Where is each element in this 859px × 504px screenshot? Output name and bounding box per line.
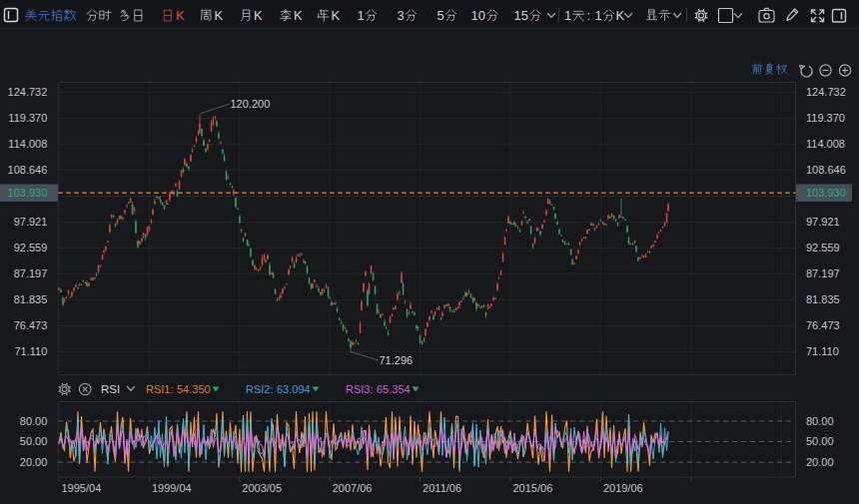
svg-text:87.197: 87.197 (14, 267, 48, 279)
svg-text:2007/06: 2007/06 (333, 482, 373, 494)
svg-text:120.200: 120.200 (231, 98, 271, 110)
svg-text:RSI: RSI (101, 383, 120, 395)
svg-text:103.930: 103.930 (806, 187, 846, 199)
svg-text:71.296: 71.296 (380, 354, 414, 366)
svg-text:114.008: 114.008 (8, 138, 47, 150)
svg-text:65.354: 65.354 (377, 383, 411, 395)
svg-text:15: 15 (514, 8, 528, 23)
svg-text:114.008: 114.008 (806, 138, 845, 150)
svg-text:76.473: 76.473 (14, 319, 48, 331)
svg-text:RSI3:: RSI3: (346, 383, 374, 395)
svg-text:K: K (616, 8, 625, 23)
svg-text:K: K (332, 8, 341, 23)
svg-text:K: K (176, 8, 185, 23)
svg-text:RSI1:: RSI1: (146, 383, 174, 395)
svg-text:2015/06: 2015/06 (513, 482, 553, 494)
svg-text:1: 1 (595, 8, 602, 23)
svg-text:63.094: 63.094 (277, 383, 311, 395)
svg-text:119.370: 119.370 (806, 112, 845, 124)
svg-text:50.00: 50.00 (806, 435, 834, 447)
svg-text:80.00: 80.00 (806, 415, 834, 427)
svg-text:50.00: 50.00 (20, 435, 48, 447)
svg-text:97.921: 97.921 (14, 216, 48, 228)
svg-text:20.00: 20.00 (20, 456, 48, 468)
svg-text:K: K (215, 8, 224, 23)
svg-text:2003/05: 2003/05 (242, 482, 282, 494)
svg-text:119.370: 119.370 (8, 112, 47, 124)
svg-text:76.473: 76.473 (806, 319, 840, 331)
svg-text:108.646: 108.646 (806, 164, 846, 176)
svg-text:71.110: 71.110 (806, 345, 839, 357)
svg-text:54.350: 54.350 (177, 383, 211, 395)
svg-text:87.197: 87.197 (806, 267, 840, 279)
svg-text:97.921: 97.921 (806, 216, 840, 228)
svg-text:124.732: 124.732 (8, 86, 48, 98)
svg-text:103.930: 103.930 (8, 187, 48, 199)
svg-text:1: 1 (358, 8, 365, 23)
svg-text:RSI2:: RSI2: (246, 383, 274, 395)
svg-text:92.559: 92.559 (14, 242, 48, 253)
svg-text:1: 1 (564, 8, 571, 23)
svg-text:80.00: 80.00 (20, 415, 48, 427)
svg-text:124.732: 124.732 (806, 86, 846, 98)
svg-text:10: 10 (471, 8, 485, 23)
svg-text:92.559: 92.559 (806, 242, 840, 253)
svg-text:1999/04: 1999/04 (152, 482, 192, 494)
svg-text:1995/04: 1995/04 (62, 482, 102, 494)
svg-text:2011/06: 2011/06 (423, 482, 461, 494)
svg-text:71.110: 71.110 (14, 345, 47, 357)
svg-text:20.00: 20.00 (806, 456, 834, 468)
svg-text:2019/06: 2019/06 (603, 482, 643, 494)
svg-text:3: 3 (398, 8, 405, 23)
svg-text:K: K (254, 8, 263, 23)
svg-text:K: K (294, 8, 303, 23)
svg-text:5: 5 (437, 8, 444, 23)
svg-text:108.646: 108.646 (8, 164, 48, 176)
svg-text::: : (587, 8, 591, 23)
svg-text:81.835: 81.835 (14, 293, 48, 305)
svg-text:81.835: 81.835 (806, 293, 840, 305)
